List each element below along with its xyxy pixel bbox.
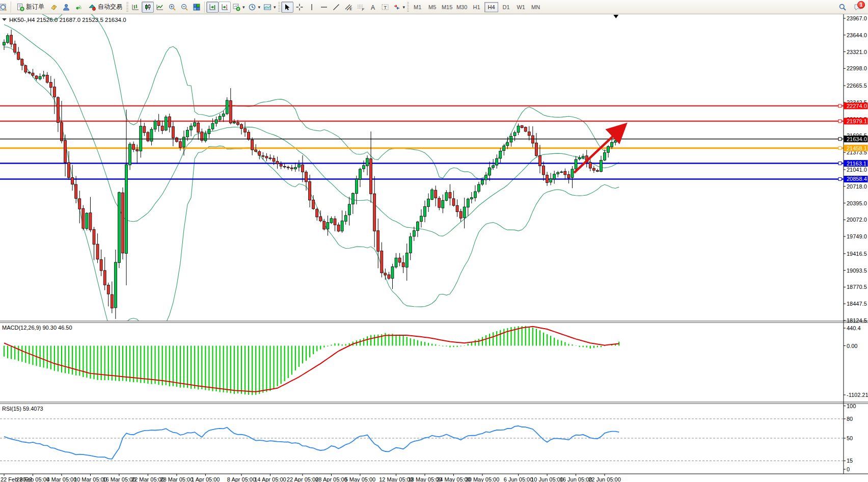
timeframe-button-h4[interactable]: H4 [484, 2, 498, 12]
svg-text:19749.0: 19749.0 [847, 233, 867, 239]
candlestick-chart-button[interactable] [142, 2, 154, 13]
toolbar-grip [278, 2, 280, 12]
fibonacci-button[interactable]: F [355, 2, 367, 13]
chat-button[interactable]: 1 [852, 2, 864, 13]
svg-text:30 May 05:00: 30 May 05:00 [466, 476, 500, 482]
cursor-button[interactable] [281, 2, 293, 13]
timeframe-bar: M1M5M15M30H1H4D1W1MN [410, 2, 543, 12]
search-icon [838, 3, 847, 11]
one-click-trading-toggle[interactable] [2, 18, 7, 21]
timeframe-button-m5[interactable]: M5 [425, 2, 439, 12]
timeframe-button-m1[interactable]: M1 [411, 2, 424, 12]
arrows-dropdown[interactable]: ▾ [391, 2, 407, 13]
chevron-down-icon: ▾ [274, 5, 276, 10]
level-drag-handle[interactable] [838, 162, 842, 165]
new-chart-dropdown[interactable]: ▾ [231, 2, 247, 13]
autotrading-button[interactable]: 自动交易 [85, 2, 126, 13]
svg-text:440.4: 440.4 [847, 325, 861, 331]
notification-badge: 1 [857, 1, 865, 9]
svg-text:-1102.21: -1102.21 [847, 392, 868, 398]
level-drag-handle[interactable] [838, 138, 842, 141]
svg-text:23644.0: 23644.0 [847, 32, 867, 38]
svg-text:20858.4: 20858.4 [847, 176, 867, 182]
trendline-button[interactable] [330, 2, 342, 13]
price-axis[interactable]: 23967.023644.023321.022998.022665.522342… [844, 15, 867, 324]
zoom-in-button[interactable] [166, 2, 178, 13]
horizontal-line-button[interactable] [318, 2, 330, 13]
candlestick-chart-icon [144, 3, 152, 11]
trend-arrow[interactable] [574, 126, 624, 173]
macd-signal-line [4, 327, 619, 392]
svg-text:E: E [349, 7, 352, 11]
vertical-line-button[interactable] [306, 2, 318, 13]
data-window-button[interactable] [60, 2, 72, 13]
zoom-out-button[interactable] [178, 2, 191, 13]
main-toolbar: 新订单 自动交易 [0, 0, 868, 14]
search-button[interactable] [836, 2, 849, 13]
timeframe-button-m30[interactable]: M30 [455, 2, 469, 12]
horizontal-line-icon [320, 3, 328, 11]
symbols-button[interactable] [0, 2, 9, 13]
rsi-pane[interactable]: RSI(15) 59.4073 [0, 406, 844, 461]
bar-chart-button[interactable] [129, 2, 142, 13]
new-order-button[interactable]: 新订单 [13, 2, 48, 13]
chevron-down-icon: ▾ [242, 5, 245, 10]
svg-text:22274.0: 22274.0 [847, 103, 867, 109]
periodicity-dropdown[interactable]: ▾ [247, 2, 262, 13]
level-drag-handle[interactable] [838, 147, 842, 150]
chevron-down-icon: ▾ [258, 5, 261, 10]
timeframe-button-m15[interactable]: M15 [440, 2, 454, 12]
market-watch-button[interactable] [48, 2, 60, 13]
macd-pane[interactable]: MACD(12,26,9) 90.30 46.50 [2, 325, 619, 395]
arrows-icon [393, 3, 401, 11]
crosshair-button[interactable] [293, 2, 306, 13]
time-axis[interactable]: 22 Feb 202228 Feb 05:004 Mar 05:0010 Mar… [1, 474, 621, 482]
level-drag-handle[interactable] [838, 177, 842, 180]
tile-windows-button[interactable] [191, 2, 203, 13]
svg-text:20395.0: 20395.0 [847, 200, 867, 206]
text-icon: A [369, 3, 377, 11]
svg-text:T: T [384, 5, 387, 10]
rsi-line [4, 426, 619, 459]
level-drag-handle[interactable] [838, 104, 842, 108]
channel-button[interactable]: E [342, 2, 355, 13]
svg-text:28 Apr 05:00: 28 Apr 05:00 [315, 476, 347, 482]
svg-text:23321.0: 23321.0 [847, 49, 867, 55]
new-order-label: 新订单 [26, 3, 44, 11]
svg-text:21163.1: 21163.1 [847, 160, 866, 167]
clock-icon [248, 3, 256, 11]
templates-dropdown[interactable]: ▾ [262, 2, 278, 13]
toolbar-separator [11, 2, 11, 13]
data-window-icon [62, 3, 70, 11]
toolbar-separator [204, 2, 205, 13]
chart-shift-marker[interactable] [613, 15, 618, 18]
timeframe-button-d1[interactable]: D1 [499, 2, 513, 12]
text-label-button[interactable]: T [379, 2, 391, 13]
chart-shift-button[interactable] [219, 2, 231, 13]
auto-scroll-button[interactable] [206, 2, 219, 13]
autotrading-icon [88, 3, 96, 11]
level-drag-handle[interactable] [838, 120, 842, 123]
timeframe-button-h1[interactable]: H1 [470, 2, 483, 12]
toolbar-right: 1 [836, 2, 867, 13]
template-icon [263, 3, 272, 11]
crosshair-icon [295, 3, 304, 11]
candlestick-series[interactable] [3, 30, 620, 319]
rsi-label: RSI(15) 59.4073 [2, 406, 43, 412]
svg-text:6 Jun 05:00: 6 Jun 05:00 [504, 476, 533, 482]
line-chart-button[interactable] [154, 2, 166, 13]
chevron-down-icon: ▾ [403, 5, 405, 10]
signals-button[interactable] [72, 2, 85, 13]
timeframe-button-mn[interactable]: MN [529, 2, 542, 12]
svg-text:14 Apr 05:00: 14 Apr 05:00 [254, 476, 286, 482]
text-button[interactable]: A [367, 2, 379, 13]
vertical-line-icon [308, 3, 316, 11]
tile-windows-icon [193, 3, 201, 11]
trendline-icon [332, 3, 340, 11]
timeframe-button-w1[interactable]: W1 [514, 2, 528, 12]
text-label-icon: T [381, 3, 389, 11]
chart-window[interactable]: HK50-,H4 21526.0 21687.0 21523.5 21634.0… [0, 14, 868, 482]
chart-info-line: HK50-,H4 21526.0 21687.0 21523.5 21634.0 [2, 17, 126, 23]
symbols-icon [0, 3, 7, 11]
autotrading-label: 自动交易 [98, 3, 122, 11]
